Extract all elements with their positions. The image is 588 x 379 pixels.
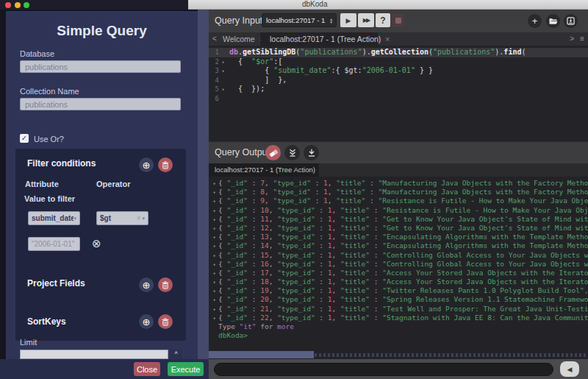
- titlebar: dbKoda: [188, 0, 588, 10]
- expand-arrow-icon[interactable]: ▾: [210, 305, 218, 314]
- query-input-heading: Query Input: [215, 15, 262, 26]
- output-console[interactable]: ▾{ "_id" : 7, "type_id" : 1, "title" : "…: [209, 177, 588, 350]
- result-row[interactable]: ▾{ "_id" : 21, "type_id" : 1, "title" : …: [210, 305, 588, 314]
- fast-forward-icon: ▶▶: [363, 17, 369, 24]
- database-input[interactable]: [20, 60, 181, 73]
- limit-label: Limit: [20, 338, 37, 347]
- add-filter-button[interactable]: ⊕: [139, 157, 154, 172]
- close-button[interactable]: Close: [134, 362, 160, 376]
- scrollbar-thumb[interactable]: [209, 351, 314, 358]
- editor-line[interactable]: 5▾ { });: [209, 85, 588, 94]
- result-row[interactable]: ▾{ "_id" : 12, "type_id" : 1, "title" : …: [210, 224, 588, 233]
- result-row[interactable]: ▾{ "_id" : 20, "type_id" : 1, "title" : …: [210, 295, 588, 304]
- result-row[interactable]: ▾{ "_id" : 9, "type_id" : 1, "title" : "…: [210, 196, 588, 205]
- zoom-window-button[interactable]: [24, 2, 29, 8]
- close-tab-icon[interactable]: ×: [385, 35, 390, 43]
- window-title: dbKoda: [302, 0, 327, 9]
- attribute-select[interactable]: submit_date ▾: [28, 211, 80, 225]
- project-fields-heading: Project Fields: [27, 278, 85, 288]
- editor-line[interactable]: 1db.getSiblingDB("publications").getColl…: [209, 48, 588, 57]
- run-query-button[interactable]: ▶: [340, 13, 356, 27]
- stop-execution-button[interactable]: [392, 14, 404, 26]
- add-sort-key-button[interactable]: ⊕: [139, 314, 154, 329]
- expand-arrow-icon[interactable]: ▾: [210, 296, 218, 305]
- query-input-toolbar: Query Input localhost:27017 - 1 ▴▾ ▶ ▶▶ …: [209, 10, 588, 32]
- result-row[interactable]: ▾{ "_id" : 13, "type_id" : 1, "title" : …: [210, 233, 588, 241]
- close-window-button[interactable]: [5, 2, 11, 8]
- horizontal-scrollbar[interactable]: [209, 350, 588, 359]
- chevron-right-icon: >: [570, 35, 574, 43]
- clear-project-fields-button[interactable]: [158, 277, 173, 292]
- scroll-to-bottom-button[interactable]: [284, 145, 300, 160]
- simple-query-panel: Simple Query Database Collection Name ✓ …: [6, 11, 198, 359]
- clear-filter-button[interactable]: [158, 157, 173, 172]
- result-row[interactable]: ▾{ "_id" : 15, "type_id" : 1, "title" : …: [210, 251, 588, 260]
- clear-sort-keys-button[interactable]: [158, 314, 173, 329]
- tabs-scroll-right-button[interactable]: >: [567, 32, 576, 46]
- clear-operator-icon[interactable]: ×: [137, 214, 141, 222]
- result-row[interactable]: ▾{ "_id" : 19, "type_id" : 1, "title" : …: [210, 286, 588, 295]
- expand-arrow-icon[interactable]: ▾: [210, 252, 218, 261]
- filter-conditions-section: Filter conditions ⊕ Attribute Operator V…: [15, 149, 186, 341]
- expand-arrow-icon[interactable]: ▾: [210, 197, 218, 206]
- collection-input[interactable]: [20, 98, 181, 110]
- caret-up-icon: ^: [174, 350, 177, 358]
- limit-increment-button[interactable]: ^: [170, 350, 182, 359]
- clear-output-button[interactable]: [265, 145, 281, 160]
- command-input[interactable]: [214, 363, 553, 376]
- limit-input[interactable]: [20, 350, 168, 359]
- add-project-field-button[interactable]: ⊕: [139, 277, 154, 292]
- use-or-checkbox[interactable]: ✓: [20, 134, 29, 143]
- line-number: 6: [209, 94, 219, 104]
- open-file-button[interactable]: [546, 14, 560, 28]
- remove-value-button[interactable]: ⊗: [92, 238, 101, 249]
- use-or-label: Use Or?: [34, 135, 64, 144]
- result-row[interactable]: ▾{ "_id" : 18, "type_id" : 1, "title" : …: [210, 277, 588, 286]
- folder-icon: [549, 18, 558, 25]
- trash-icon: [162, 318, 169, 326]
- editor-line[interactable]: 4 ] },: [209, 76, 588, 85]
- operator-select[interactable]: $gt × ▾: [96, 211, 148, 225]
- tab-tree-action[interactable]: localhost:27017 - 1 (Tree Action) ×: [260, 32, 378, 46]
- code-text: { });: [227, 85, 265, 93]
- new-editor-button[interactable]: +: [528, 14, 542, 28]
- result-row[interactable]: ▾{ "_id" : 14, "type_id" : 1, "title" : …: [210, 241, 588, 250]
- execute-button[interactable]: Execute: [168, 362, 204, 376]
- send-command-button[interactable]: ◀: [560, 361, 579, 377]
- expand-arrow-icon[interactable]: ▾: [210, 242, 218, 251]
- stop-icon: [395, 18, 401, 24]
- result-row[interactable]: ▾{ "_id" : 22, "type_id" : 1, "title" : …: [210, 314, 588, 322]
- output-tab[interactable]: localhost:27017 - 1 (Tree Action): [209, 163, 319, 177]
- connection-select[interactable]: localhost:27017 - 1 ▴▾: [262, 13, 337, 27]
- code-editor[interactable]: 1db.getSiblingDB("publications").getColl…: [209, 46, 588, 141]
- tabs-list-button[interactable]: ≡: [578, 32, 587, 46]
- circled-plus-icon: ⊕: [143, 160, 151, 171]
- line-number: 4: [209, 76, 219, 85]
- save-file-button[interactable]: [564, 14, 578, 28]
- fold-arrow-icon[interactable]: ▾: [219, 85, 227, 95]
- editor-tab-strip: < Welcome × localhost:27017 - 1 (Tree Ac…: [209, 32, 588, 46]
- database-label: Database: [20, 49, 54, 58]
- result-row[interactable]: ▾{ "_id" : 17, "type_id" : 1, "title" : …: [210, 269, 588, 277]
- result-row[interactable]: ▾{ "_id" : 8, "type_id" : 1, "title" : "…: [210, 188, 588, 196]
- help-button[interactable]: ?: [376, 13, 390, 27]
- back-arrow-icon: ◀: [567, 366, 573, 373]
- execute-all-button[interactable]: ▶▶: [358, 13, 374, 27]
- fold-arrow-icon[interactable]: ▾: [219, 67, 227, 77]
- code-text: ] },: [227, 76, 287, 84]
- result-row[interactable]: ▾{ "_id" : 10, "type_id" : 1, "title" : …: [210, 206, 588, 215]
- result-row[interactable]: ▾{ "_id" : 7, "type_id" : 1, "title" : "…: [210, 179, 588, 188]
- result-row[interactable]: ▾{ "_id" : 16, "type_id" : 1, "title" : …: [210, 260, 588, 269]
- expand-arrow-icon[interactable]: ▾: [210, 207, 218, 216]
- connection-select-value: localhost:27017 - 1: [266, 16, 330, 24]
- editor-line[interactable]: 2▾ { "$or":[: [209, 57, 588, 67]
- chevron-down-icon: ▾: [74, 216, 76, 222]
- result-row[interactable]: ▾{ "_id" : 11, "type_id" : 1, "title" : …: [210, 215, 588, 224]
- check-icon: ✓: [21, 134, 27, 142]
- minimize-window-button[interactable]: [15, 2, 21, 8]
- output-tab-row: localhost:27017 - 1 (Tree Action): [209, 163, 588, 177]
- editor-line[interactable]: 6: [209, 94, 588, 104]
- show-more-button[interactable]: [304, 145, 319, 160]
- filter-value-input[interactable]: [28, 237, 80, 251]
- editor-line[interactable]: 3▾ { "submit_date":{ $gt:"2006-01-01" } …: [209, 66, 588, 76]
